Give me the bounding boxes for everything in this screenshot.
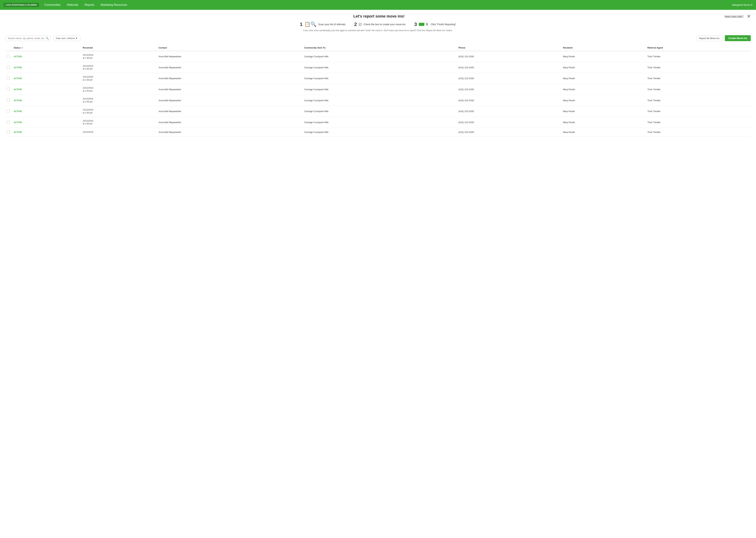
row-resident: Mary Roslin xyxy=(562,84,646,95)
row-contact: Anna Bell Mayweather xyxy=(157,51,303,62)
row-status: ACTIVE xyxy=(12,117,81,128)
col-received: Received xyxy=(81,45,157,51)
row-phone: (415) 123-3333 xyxy=(457,62,562,73)
row-agent: Trish Trimble xyxy=(646,51,751,62)
step-2-label: Check the box to create your move-ins xyxy=(363,23,405,26)
navigation: LOGO INTENTIONALLY BLURRED Communities R… xyxy=(0,0,756,10)
row-contact: Anna Bell Mayweather xyxy=(157,106,303,117)
need-help-link[interactable]: Need more help? xyxy=(725,15,743,18)
row-resident: Mary Roslin xyxy=(562,95,646,106)
row-checkbox-cell[interactable] xyxy=(5,128,12,136)
row-agent: Trish Trimble xyxy=(646,106,751,117)
row-checkbox-7[interactable] xyxy=(7,130,10,134)
row-contact: Anna Bell Mayweather xyxy=(157,73,303,84)
row-checkbox-5[interactable] xyxy=(7,109,10,113)
row-resident: Mary Roslin xyxy=(562,51,646,62)
nav-referrals[interactable]: Referrals xyxy=(67,3,78,7)
table-row: ACTIVE 10/12/2016at 1:00 pm Anna Bell Ma… xyxy=(5,51,751,62)
row-contact: Anna Bell Mayweather xyxy=(157,95,303,106)
row-received: 10/12/2016at 1:00 pm xyxy=(81,106,157,117)
row-checkbox-6[interactable] xyxy=(7,121,10,124)
row-status: ACTIVE xyxy=(12,51,81,62)
referrals-table: Status ▼ Received Contact Community Sent… xyxy=(5,45,751,136)
row-resident: Mary Roslin xyxy=(562,73,646,84)
hint-text: If you click a box accidentally, just cl… xyxy=(5,29,751,32)
step-2-icon: ☑ xyxy=(358,22,362,27)
step-3-icon: 🖱 xyxy=(419,22,429,27)
nav-marketing[interactable]: Marketing Resources xyxy=(101,3,127,7)
row-received: 10/12/2016at 1:00 pm xyxy=(81,73,157,84)
row-checkbox-4[interactable] xyxy=(7,99,10,102)
row-checkbox-cell[interactable] xyxy=(5,106,12,117)
help-close-area: Need more help? ✕ xyxy=(725,14,751,19)
table-body: ACTIVE 10/12/2016at 1:00 pm Anna Bell Ma… xyxy=(5,51,751,136)
row-checkbox-cell[interactable] xyxy=(5,62,12,73)
search-wrapper: 🔍 xyxy=(5,35,51,41)
step-1: 1 📋🔍 Scan your list of referrals xyxy=(300,21,345,27)
search-icon: 🔍 xyxy=(46,37,49,39)
row-community: Carriage Courtyard Hills xyxy=(303,62,457,73)
row-checkbox-2[interactable] xyxy=(7,77,10,80)
create-moveins-button[interactable]: Create Move-ins xyxy=(725,35,751,41)
nav-reports[interactable]: Reports xyxy=(84,3,94,7)
table-row: ACTIVE 10/12/2016at 1:00 pm Anna Bell Ma… xyxy=(5,95,751,106)
row-phone: (415) 123-3333 xyxy=(457,128,562,136)
date-label: Date sent: xyxy=(56,37,66,39)
row-resident: Mary Roslin xyxy=(562,62,646,73)
row-status: ACTIVE xyxy=(12,128,81,136)
row-contact: Anna Bell Mayweather xyxy=(157,128,303,136)
table-row: ACTIVE 10/12/2016at 1:00 pm Anna Bell Ma… xyxy=(5,62,751,73)
toolbar: 🔍 Date sent: Lifetime ▼ Report No Move I… xyxy=(5,35,751,41)
row-agent: Trish Trimble xyxy=(646,95,751,106)
row-resident: Mary Roslin xyxy=(562,106,646,117)
row-resident: Mary Roslin xyxy=(562,117,646,128)
nav-communities[interactable]: Communities xyxy=(44,3,61,7)
col-contact: Contact xyxy=(157,45,303,51)
row-received: 10/12/2016at 1:00 pm xyxy=(81,117,157,128)
row-agent: Trish Trimble xyxy=(646,73,751,84)
row-community: Carriage Courtyard Hills xyxy=(303,117,457,128)
row-checkbox-cell[interactable] xyxy=(5,84,12,95)
row-phone: (415) 123-3333 xyxy=(457,117,562,128)
table-row: ACTIVE 10/12/2016at 1:00 pm Anna Bell Ma… xyxy=(5,73,751,84)
row-community: Carriage Courtyard Hills xyxy=(303,95,457,106)
row-checkbox-cell[interactable] xyxy=(5,117,12,128)
col-checkbox xyxy=(5,45,12,51)
row-community: Carriage Courtyard Hills xyxy=(303,51,457,62)
row-checkbox-3[interactable] xyxy=(7,87,10,91)
col-phone: Phone xyxy=(457,45,562,51)
row-checkbox-cell[interactable] xyxy=(5,51,12,62)
user-menu[interactable]: Margaret Demo ▾ xyxy=(732,3,752,7)
step-1-label: Scan your list of referrals xyxy=(318,23,346,26)
dropdown-arrow-icon: ▼ xyxy=(75,37,78,39)
row-checkbox-0[interactable] xyxy=(7,55,10,58)
row-community: Carriage Courtyard Hills xyxy=(303,73,457,84)
steps-area: 1 📋🔍 Scan your list of referrals 2 ☑ Che… xyxy=(5,21,751,27)
row-received: 10/12/2016at 1:00 pm xyxy=(81,84,157,95)
row-status: ACTIVE xyxy=(12,106,81,117)
row-checkbox-cell[interactable] xyxy=(5,95,12,106)
row-phone: (415) 123-3333 xyxy=(457,106,562,117)
row-contact: Anna Bell Mayweather xyxy=(157,84,303,95)
row-community: Carriage Courtyard Hills xyxy=(303,128,457,136)
col-community: Community Sent To xyxy=(303,45,457,51)
table-row: ACTIVE 10/12/2016at 1:00 pm Anna Bell Ma… xyxy=(5,117,751,128)
date-dropdown[interactable]: Date sent: Lifetime ▼ xyxy=(53,35,80,41)
report-no-move-ins-button[interactable]: Report No Move Ins xyxy=(696,35,722,41)
table-row: ACTIVE 10/12/2016at 1:00 pm Anna Bell Ma… xyxy=(5,84,751,95)
table-row: ACTIVE 10/12/2016at 1:00 pm Anna Bell Ma… xyxy=(5,106,751,117)
close-button[interactable]: ✕ xyxy=(747,14,751,19)
row-status: ACTIVE xyxy=(12,84,81,95)
row-contact: Anna Bell Mayweather xyxy=(157,62,303,73)
row-checkbox-cell[interactable] xyxy=(5,73,12,84)
row-phone: (415) 123-3333 xyxy=(457,84,562,95)
row-community: Carriage Courtyard Hills xyxy=(303,106,457,117)
col-resident: Resident xyxy=(562,45,646,51)
row-agent: Trish Trimble xyxy=(646,62,751,73)
row-community: Carriage Courtyard Hills xyxy=(303,84,457,95)
search-input[interactable] xyxy=(5,35,51,41)
row-contact: Anna Bell Mayweather xyxy=(157,117,303,128)
row-checkbox-1[interactable] xyxy=(7,66,10,69)
col-status[interactable]: Status ▼ xyxy=(12,45,81,51)
step-1-number: 1 xyxy=(300,22,303,27)
